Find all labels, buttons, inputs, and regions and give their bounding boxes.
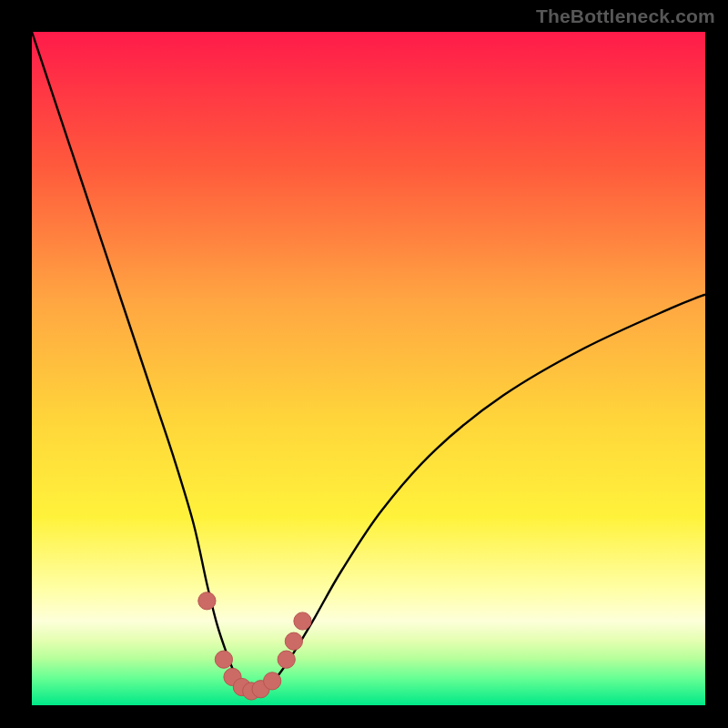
plot-area — [32, 32, 705, 705]
curve-marker — [198, 592, 216, 610]
plot-svg — [32, 32, 705, 705]
gradient-background — [32, 32, 705, 705]
watermark-text: TheBottleneck.com — [536, 5, 715, 27]
chart-frame: TheBottleneck.com — [0, 0, 728, 728]
curve-marker — [285, 632, 302, 650]
curve-marker — [278, 651, 295, 668]
curve-marker — [215, 651, 232, 668]
curve-marker — [294, 612, 311, 630]
curve-marker — [264, 672, 281, 690]
